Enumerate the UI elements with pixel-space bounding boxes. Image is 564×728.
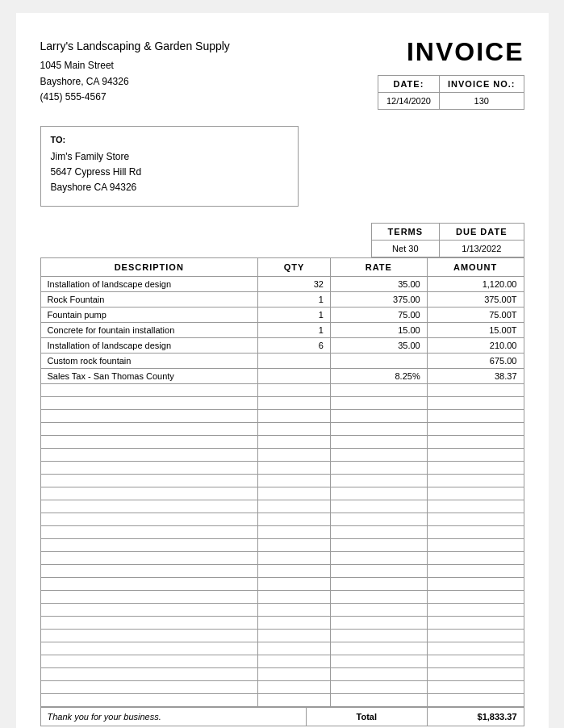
main-table: DESCRIPTION QTY RATE AMOUNT Installation… <box>40 257 524 707</box>
invoice-no-label: INVOICE NO.: <box>439 76 524 93</box>
empty-row <box>40 462 524 475</box>
col-qty-header: QTY <box>258 258 331 277</box>
to-name: Jim's Family Store <box>51 149 288 165</box>
empty-row <box>40 513 524 526</box>
total-amount: $1,833.37 <box>427 708 524 726</box>
row-amount-2: 75.00T <box>427 308 524 323</box>
empty-row <box>40 436 524 449</box>
row-qty-4: 6 <box>258 338 331 354</box>
row-qty-0: 32 <box>258 277 331 292</box>
row-rate-4: 35.00 <box>330 338 427 354</box>
thank-you-text: Thank you for your business. <box>40 708 306 726</box>
company-address2: Bayshore, CA 94326 <box>40 74 230 90</box>
row-description-5: Custom rock fountain <box>40 354 258 369</box>
row-rate-1: 375.00 <box>330 292 427 308</box>
row-qty-6 <box>258 369 331 384</box>
terms-section: TERMS DUE DATE Net 30 1/13/2022 <box>40 223 524 257</box>
empty-row <box>40 578 524 591</box>
row-rate-2: 75.00 <box>330 308 427 323</box>
date-value: 12/14/2020 <box>378 93 439 110</box>
row-qty-5 <box>258 354 331 369</box>
empty-row <box>40 526 524 539</box>
row-amount-5: 675.00 <box>427 354 524 369</box>
empty-row <box>40 410 524 423</box>
table-row: Fountain pump 1 75.00 75.00T <box>40 308 524 323</box>
terms-label: TERMS <box>371 224 440 241</box>
row-amount-4: 210.00 <box>427 338 524 354</box>
invoice-page: Larry's Landscaping & Garden Supply 1045… <box>16 13 549 728</box>
header-section: Larry's Landscaping & Garden Supply 1045… <box>40 37 524 110</box>
row-amount-0: 1,120.00 <box>427 277 524 292</box>
empty-row <box>40 539 524 552</box>
empty-row <box>40 668 524 681</box>
empty-row <box>40 397 524 410</box>
due-date-label: DUE DATE <box>440 224 524 241</box>
table-row: Installation of landscape design 6 35.00… <box>40 338 524 354</box>
row-description-3: Concrete for fountain installation <box>40 323 258 338</box>
table-row: Installation of landscape design 32 35.0… <box>40 277 524 292</box>
row-qty-2: 1 <box>258 308 331 323</box>
to-content: Jim's Family Store 5647 Cypress Hill Rd … <box>51 149 288 196</box>
col-rate-header: RATE <box>330 258 427 277</box>
empty-row <box>40 449 524 462</box>
row-rate-0: 35.00 <box>330 277 427 292</box>
empty-row <box>40 591 524 604</box>
row-rate-6: 8.25% <box>330 369 427 384</box>
to-section: TO: Jim's Family Store 5647 Cypress Hill… <box>40 126 299 207</box>
row-amount-3: 15.00T <box>427 323 524 338</box>
company-address1: 1045 Main Street <box>40 58 230 73</box>
company-name: Larry's Landscaping & Garden Supply <box>40 37 230 55</box>
row-amount-6: 38.37 <box>427 369 524 384</box>
to-address1: 5647 Cypress Hill Rd <box>51 165 288 180</box>
footer-table: Thank you for your business. Total $1,83… <box>40 707 524 726</box>
invoice-header: INVOICE DATE: INVOICE NO.: 12/14/2020 13… <box>378 37 524 110</box>
empty-row <box>40 655 524 668</box>
table-row: Rock Fountain 1 375.00 375.00T <box>40 292 524 308</box>
company-info: Larry's Landscaping & Garden Supply 1045… <box>40 37 230 105</box>
terms-table: TERMS DUE DATE Net 30 1/13/2022 <box>371 223 524 257</box>
to-address2: Bayshore CA 94326 <box>51 180 288 195</box>
terms-value: Net 30 <box>371 241 440 257</box>
table-row: Concrete for fountain installation 1 15.… <box>40 323 524 338</box>
row-description-1: Rock Fountain <box>40 292 258 308</box>
row-description-0: Installation of landscape design <box>40 277 258 292</box>
empty-row <box>40 630 524 642</box>
invoice-title: INVOICE <box>378 37 524 67</box>
empty-row <box>40 681 524 694</box>
to-box: TO: Jim's Family Store 5647 Cypress Hill… <box>40 126 299 207</box>
row-description-6: Sales Tax - San Thomas County <box>40 369 258 384</box>
row-rate-5 <box>330 354 427 369</box>
empty-row <box>40 475 524 487</box>
invoice-meta-table: DATE: INVOICE NO.: 12/14/2020 130 <box>378 75 524 110</box>
row-amount-1: 375.00T <box>427 292 524 308</box>
empty-row <box>40 642 524 655</box>
invoice-no-value: 130 <box>439 93 524 110</box>
empty-row <box>40 487 524 500</box>
empty-row <box>40 423 524 436</box>
due-date-value: 1/13/2022 <box>440 241 524 257</box>
empty-row <box>40 604 524 617</box>
table-row: Custom rock fountain 675.00 <box>40 354 524 369</box>
total-label: Total <box>306 708 427 726</box>
col-description-header: DESCRIPTION <box>40 258 258 277</box>
row-description-4: Installation of landscape design <box>40 338 258 354</box>
empty-row <box>40 552 524 565</box>
row-description-2: Fountain pump <box>40 308 258 323</box>
col-amount-header: AMOUNT <box>427 258 524 277</box>
empty-row <box>40 565 524 578</box>
table-row: Sales Tax - San Thomas County 8.25% 38.3… <box>40 369 524 384</box>
empty-row <box>40 500 524 513</box>
date-label: DATE: <box>378 76 439 93</box>
row-qty-1: 1 <box>258 292 331 308</box>
to-label: TO: <box>51 135 288 144</box>
row-rate-3: 15.00 <box>330 323 427 338</box>
row-qty-3: 1 <box>258 323 331 338</box>
company-phone: (415) 555-4567 <box>40 90 230 105</box>
empty-row <box>40 617 524 630</box>
empty-row <box>40 694 524 707</box>
empty-row <box>40 384 524 397</box>
